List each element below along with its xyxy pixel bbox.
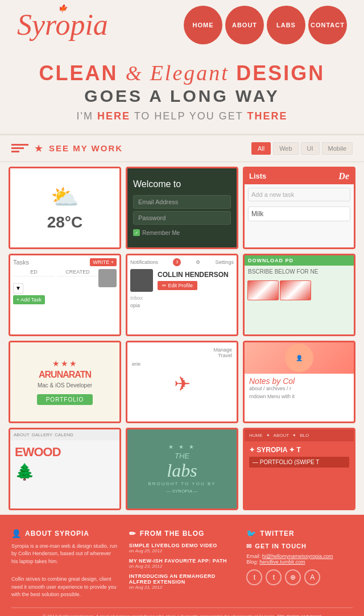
nav-contact[interactable]: CONTACT (308, 6, 347, 44)
tasks-col-created: CREATED (57, 269, 98, 276)
tasks-columns: ED CREATED (13, 269, 98, 276)
syropia-portfolio-label: — PORTFOLIO (SWIPE T (249, 457, 349, 468)
siteby-link[interactable]: Site design and more! (277, 614, 321, 616)
tasks-write-btn: WRITE + (90, 258, 117, 266)
edit-profile-btn[interactable]: ✏ Edit Profile (158, 281, 197, 290)
tumblr-social-icon[interactable]: t (266, 569, 282, 585)
labs-the: THE (175, 452, 189, 460)
login-email-field: Email Address (133, 195, 231, 209)
footer-blog-title: ✏ FROM THE BLOG (129, 529, 235, 538)
portfolio-item-site1[interactable]: ABOUT GALLERY CALEND EWOOD 🌲 (9, 428, 121, 510)
nav-labs[interactable]: LABS (267, 6, 305, 44)
hero-amp: & (126, 62, 150, 85)
filter-all[interactable]: All (251, 142, 271, 155)
dev-portfolio-btn[interactable]: PORTFOLIO (37, 394, 93, 405)
hero-line1: CLEAN & Elegant DESIGN (11, 61, 353, 85)
nav-about[interactable]: ABOUT (225, 6, 264, 44)
envelope-icon: ✉ (246, 543, 252, 550)
notes-content: Notes by Col about / archives / r rndown… (245, 374, 354, 402)
site1-name: EWOOD (15, 445, 115, 460)
profile-site-label: opia (130, 303, 234, 308)
notes-dropdown-tag: rndown Menu with it (249, 394, 349, 399)
envelope-1 (247, 280, 279, 300)
login-widget: Welcome to Email Address Password ✓ Reme… (127, 168, 237, 247)
travel-plane-icon: ✈ (132, 373, 232, 395)
hero-design: DESIGN (236, 61, 325, 85)
tree-icon: 🌲 (15, 462, 115, 481)
profile-main: COLLIN HENDERSON ✏ Edit Profile (130, 269, 234, 292)
logo-maple-leaf: 🍁 (58, 5, 67, 12)
site-logo[interactable]: 🍁 Syropia (17, 10, 108, 40)
dev-name: ARUNARATN (39, 370, 91, 380)
footer-grid: 👤 ABOUT SYROPIA Syropia is a one-man web… (11, 529, 353, 599)
filter-web[interactable]: Web (273, 142, 298, 155)
profile-info: COLLIN HENDERSON ✏ Edit Profile (158, 271, 234, 290)
footer-twitter-col: 🐦 TWITTER ✉ GET IN TOUCH Email: hi@hello… (246, 529, 353, 599)
user-icon: 👤 (11, 529, 22, 538)
blog-item-3-title: INTRODUCING AN ERMAHGERD ALFRED EXTENSIO… (129, 573, 235, 585)
twitter-social-icon[interactable]: t (246, 569, 262, 585)
work-lines-decoration (11, 144, 28, 152)
footer-blog-item-3: INTRODUCING AN ERMAHGERD ALFRED EXTENSIO… (129, 573, 235, 590)
portfolio-item-tasks[interactable]: Tasks WRITE + ED CREATED ▼ + Add Task (9, 254, 121, 336)
hero-line2: GOES A LONG WAY (11, 86, 353, 106)
weather-icon: ⛅ (51, 184, 79, 210)
dribbble-social-icon[interactable]: A (304, 569, 320, 585)
portfolio-item-notes[interactable]: 👤 Notes by Col about / archives / r rndo… (243, 341, 355, 423)
blog-item-1-title: SIMPLE LIVEBLOG DEMO VIDEO (129, 543, 235, 548)
site1-widget: ABOUT GALLERY CALEND EWOOD 🌲 (10, 429, 119, 508)
portfolio-item-newsletter[interactable]: DOWNLOAD PD BSCRIBE BELOW FOR NE (243, 254, 355, 336)
hero-im: I'M (77, 110, 97, 122)
notes-avatar: 👤 (285, 344, 313, 372)
hero-elegant: Elegant (150, 61, 237, 85)
todo-item-milk: Milk (248, 206, 350, 221)
syropia-content: ✦ SYROPIA ✦ T — PORTFOLIO (SWIPE T (245, 441, 354, 508)
work-line-2 (11, 147, 24, 149)
portfolio-item-login[interactable]: Welcome to Email Address Password ✓ Reme… (126, 167, 238, 249)
hero-mid: TO HELP YOU GET (134, 110, 247, 122)
syropia-mobile-widget: HUME ✦ ABOUT ✦ BLO ✦ SYROPIA ✦ T — PORTF… (245, 429, 354, 508)
portfolio-item-weather[interactable]: ⛅ 28°C (9, 167, 121, 249)
snav-home: HUME (249, 433, 263, 438)
labs-widget: ★ ★ ★ THE labs BROUGHT TO YOU BY — SYROP… (127, 429, 237, 508)
blog-item-1-date: on Aug 25, 2012 (129, 548, 235, 553)
labs-sub: BROUGHT TO YOU BY (148, 481, 216, 486)
tumblr-link[interactable]: hendlive.tumblr.com (259, 559, 305, 565)
footer: 👤 ABOUT SYROPIA Syropia is a one-man web… (0, 515, 364, 616)
notes-avatar-area: 👤 (245, 342, 354, 374)
add-task-btn[interactable]: + Add Task (13, 295, 45, 304)
blog-icon: ✏ (129, 529, 136, 538)
portfolio-item-todo[interactable]: Lists De Add a new task Milk (243, 167, 355, 249)
work-line-1 (11, 144, 28, 146)
footer-about-title: 👤 ABOUT SYROPIA (11, 529, 118, 538)
tasks-avatar (98, 269, 117, 287)
footer-get-in-touch: ✉ GET IN TOUCH (246, 543, 353, 550)
copyright-text: © 2012 Collin Henderson. A pixel of ingr… (43, 614, 276, 616)
filter-ui[interactable]: UI (301, 142, 320, 155)
weather-widget: ⛅ 28°C (10, 168, 119, 247)
remember-check: ✓ (133, 229, 140, 236)
envelope-2 (280, 280, 311, 300)
tasks-title: Tasks (13, 259, 29, 266)
travel-manage: ManageTravel (132, 347, 232, 358)
login-password-field: Password (133, 211, 231, 225)
login-remember: ✓ Remember Me (133, 229, 180, 236)
email-link[interactable]: hi@hellomynameissyropia.com (262, 553, 333, 559)
rss-social-icon[interactable]: ⊕ (285, 569, 301, 585)
stepper-down[interactable]: ▼ (13, 283, 23, 293)
nav-home[interactable]: HOME (184, 6, 222, 44)
portfolio-item-developer[interactable]: ★★★ ARUNARATN Mac & iOS Developer PORTFO… (9, 341, 121, 423)
profile-widget: Notifications 3 ⚙ Settings COLLIN HENDER… (127, 255, 237, 334)
portfolio-item-profile[interactable]: Notifications 3 ⚙ Settings COLLIN HENDER… (126, 254, 238, 336)
blog-item-2-title: MY NEW-ISH FAVOURITE APP: PATH (129, 558, 235, 564)
labs-stars: ★ ★ ★ (168, 444, 196, 450)
syropia-nav: HUME ✦ ABOUT ✦ BLO (245, 429, 354, 441)
portfolio-item-syropia-mobile[interactable]: HUME ✦ ABOUT ✦ BLO ✦ SYROPIA ✦ T — PORTF… (243, 428, 355, 510)
nl-envelopes (245, 278, 354, 303)
syropia-brand-label: ✦ SYROPIA ✦ T (249, 446, 349, 454)
filter-mobile[interactable]: Mobile (322, 142, 353, 155)
settings-icon: ⚙ (196, 259, 200, 265)
portfolio-item-labs[interactable]: ★ ★ ★ THE labs BROUGHT TO YOU BY — SYROP… (126, 428, 238, 510)
remember-label: Remember Me (142, 230, 180, 236)
portfolio-item-travel[interactable]: ManageTravel erie ✈ (126, 341, 238, 423)
